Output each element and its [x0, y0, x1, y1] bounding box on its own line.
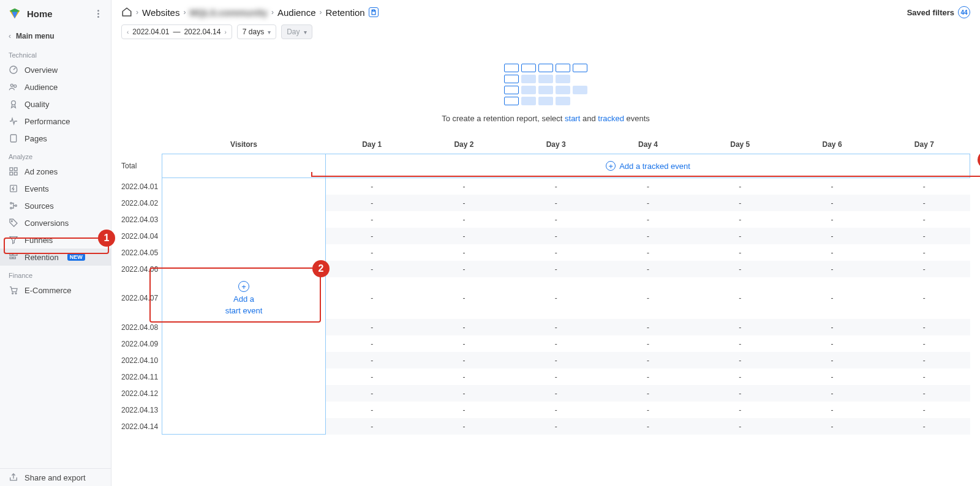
main-menu-back[interactable]: ‹ Main menu	[0, 27, 111, 45]
row-visitors-cell	[162, 335, 326, 352]
table-cell: -	[786, 352, 878, 368]
table-cell: -	[694, 228, 786, 244]
granularity-select[interactable]: Day ▾	[281, 24, 312, 39]
table-cell: -	[418, 178, 510, 195]
period-select[interactable]: 7 days ▾	[237, 24, 276, 39]
svg-rect-19	[10, 257, 12, 259]
share-export[interactable]: Share and export	[0, 469, 111, 486]
table-cell: -	[326, 211, 418, 228]
row-date: 2022.04.12	[121, 385, 162, 402]
home-icon[interactable]	[121, 7, 132, 18]
callout-badge-1: 1	[98, 230, 115, 247]
chevron-right-icon: ›	[320, 8, 322, 17]
sidebar-item-pages[interactable]: Pages	[0, 130, 111, 147]
table-cell: -	[602, 261, 694, 277]
table-cell: -	[786, 385, 878, 402]
callout-badge-2: 2	[312, 260, 330, 277]
table-cell: -	[326, 277, 418, 319]
add-tracked-cell: Add a tracked event	[326, 154, 970, 178]
filterbar: ‹ 2022.04.01 — 2022.04.14 › 7 days ▾ Day…	[111, 24, 980, 45]
nav-badge: NEW	[67, 253, 85, 261]
sidebar-item-audience[interactable]: Audience	[0, 78, 111, 95]
row-visitors-cell	[162, 178, 326, 195]
col-day-6: Day 6	[786, 135, 878, 154]
svg-rect-17	[10, 254, 12, 256]
table-cell: -	[418, 418, 510, 435]
sidebar-item-retention[interactable]: RetentionNEW	[0, 249, 111, 266]
table-cell: -	[510, 244, 602, 261]
sidebar-item-funnels[interactable]: Funnels	[0, 231, 111, 249]
table-cell: -	[418, 261, 510, 277]
col-day-7: Day 7	[878, 135, 970, 154]
nav-group-title: Technical	[0, 45, 111, 61]
table-cell: -	[602, 228, 694, 244]
sidebar-item-performance[interactable]: Performance	[0, 113, 111, 130]
table-cell: -	[602, 211, 694, 228]
table-cell: -	[326, 178, 418, 195]
col-day-4: Day 4	[602, 135, 694, 154]
crumb-site[interactable]: MQLS.community	[189, 7, 268, 18]
table-cell: -	[418, 402, 510, 418]
table-cell: -	[510, 178, 602, 195]
table-cell: -	[602, 402, 694, 418]
cart-icon	[9, 285, 18, 295]
sidebar-item-e-commerce[interactable]: E-Commerce	[0, 282, 111, 299]
period-label: 7 days	[243, 28, 264, 36]
breadcrumbs: › Websites › MQLS.community › Audience ›…	[121, 7, 379, 18]
pages-icon	[9, 133, 18, 143]
row-date: 2022.04.03	[121, 211, 162, 228]
table-cell: -	[694, 385, 786, 402]
hero-tracked-link[interactable]: tracked	[598, 114, 624, 123]
add-tracked-event[interactable]: Add a tracked event	[330, 157, 967, 174]
table-cell: -	[510, 228, 602, 244]
sidebar-item-conversions[interactable]: Conversions	[0, 214, 111, 231]
total-visitors-cell	[162, 154, 326, 178]
table-cell: -	[510, 195, 602, 211]
table-cell: -	[602, 352, 694, 368]
svg-point-13	[10, 203, 12, 204]
col-day-3: Day 3	[510, 135, 602, 154]
add-start-event[interactable]: Add astart event	[165, 281, 322, 315]
table-cell: -	[326, 335, 418, 352]
crumb-audience[interactable]: Audience	[277, 7, 316, 18]
row-date: 2022.04.11	[121, 368, 162, 385]
row-visitors-cell	[162, 402, 326, 418]
sidebar-item-ad-zones[interactable]: Ad zones	[0, 163, 111, 180]
nav-label: Funnels	[24, 236, 53, 245]
row-date: 2022.04.06	[121, 261, 162, 277]
save-report-icon[interactable]	[369, 7, 379, 17]
table-cell: -	[602, 368, 694, 385]
crumb-websites[interactable]: Websites	[142, 7, 179, 18]
bolt-icon	[9, 184, 18, 193]
share-export-label: Share and export	[24, 473, 86, 482]
table-cell: -	[878, 228, 970, 244]
sidebar-item-events[interactable]: Events	[0, 180, 111, 197]
nav-label: Audience	[24, 83, 58, 92]
pulse-icon	[9, 116, 18, 126]
table-cell: -	[326, 402, 418, 418]
table-cell: -	[878, 211, 970, 228]
hero-start-link[interactable]: start	[565, 114, 580, 123]
date-range-picker[interactable]: ‹ 2022.04.01 — 2022.04.14 ›	[121, 24, 232, 39]
svg-rect-7	[10, 135, 16, 142]
table-cell: -	[418, 352, 510, 368]
menu-kebab-icon[interactable]	[94, 10, 102, 18]
sidebar-item-overview[interactable]: Overview	[0, 61, 111, 78]
row-date: 2022.04.04	[121, 228, 162, 244]
svg-point-4	[10, 84, 13, 86]
hero-suffix: events	[627, 114, 650, 123]
table-cell: -	[418, 368, 510, 385]
date-sep: —	[173, 28, 180, 36]
sidebar-item-quality[interactable]: Quality	[0, 95, 111, 113]
saved-filters[interactable]: Saved filters 44	[907, 6, 970, 18]
svg-point-5	[14, 85, 17, 88]
plus-circle-icon	[238, 281, 249, 292]
tag-icon	[9, 218, 18, 228]
nav-label: Performance	[24, 117, 70, 126]
retention-icon	[9, 252, 18, 262]
table-cell: -	[694, 277, 786, 319]
svg-point-6	[12, 101, 16, 105]
table-cell: -	[510, 418, 602, 435]
table-cell: -	[602, 178, 694, 195]
sidebar-item-sources[interactable]: Sources	[0, 197, 111, 214]
